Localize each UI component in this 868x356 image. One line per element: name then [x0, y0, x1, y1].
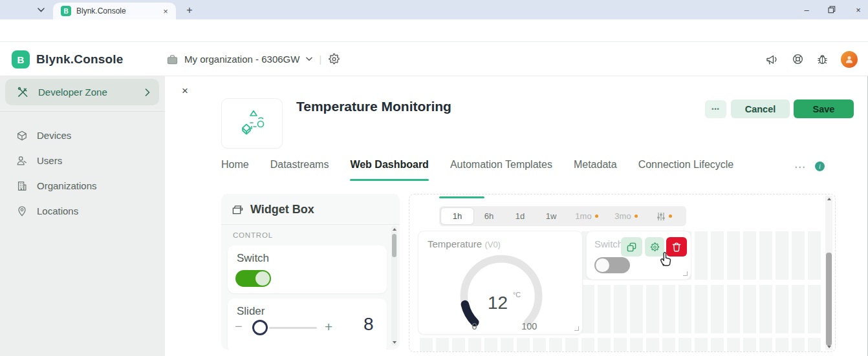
map-pin-icon	[16, 205, 28, 217]
chevron-down-icon	[306, 57, 312, 61]
sidebar-divider	[0, 111, 165, 112]
time-range-custom[interactable]	[646, 208, 683, 224]
template-title: Temperature Monitoring	[296, 99, 451, 114]
slider-value: 8	[363, 314, 374, 335]
panel-scrollbar[interactable]	[391, 226, 397, 346]
more-actions-button[interactable]: •••	[705, 100, 726, 118]
scroll-up-icon[interactable]	[393, 228, 396, 231]
close-editor-icon[interactable]: ×	[179, 85, 191, 98]
time-range-selector: 1h 6h 1d 1w 1mo 3mo	[439, 206, 686, 226]
user-avatar[interactable]	[841, 51, 858, 68]
tab-close-icon[interactable]: ×	[160, 6, 171, 16]
slider-handle[interactable]	[252, 320, 268, 335]
sidebar-item-devices[interactable]: Devices	[0, 123, 165, 148]
restore-button[interactable]	[828, 6, 837, 14]
time-range-1h[interactable]: 1h	[441, 208, 473, 224]
slider-plus-button[interactable]: +	[325, 319, 332, 335]
bug-report-icon[interactable]	[817, 53, 828, 65]
chevron-right-icon	[145, 89, 150, 96]
window-controls: – ×	[802, 0, 863, 19]
switch-widget-title: Switch	[594, 238, 624, 249]
scroll-up-icon[interactable]	[827, 198, 831, 200]
resize-handle[interactable]	[574, 326, 579, 331]
time-range-label: 3mo	[614, 211, 631, 221]
sidebar-item-organizations[interactable]: Organizations	[0, 173, 165, 198]
scroll-down-icon[interactable]	[827, 346, 831, 348]
user-icon	[16, 155, 28, 167]
time-range-1mo[interactable]: 1mo	[567, 208, 607, 224]
scrollbar-thumb[interactable]	[826, 253, 832, 346]
sidebar-item-label: Organizations	[37, 180, 97, 191]
filter-sliders-icon	[656, 212, 666, 221]
tab-web-dashboard[interactable]: Web Dashboard	[350, 159, 429, 181]
blynk-logo[interactable]: B	[12, 50, 30, 68]
sidebar-item-locations[interactable]: Locations	[0, 198, 165, 224]
mouse-cursor	[657, 250, 673, 267]
close-window-button[interactable]: ×	[854, 5, 863, 15]
time-range-1w[interactable]: 1w	[536, 208, 567, 224]
sidebar-nav: Developer Zone Devices Users Organizatio…	[0, 76, 165, 356]
copy-icon	[627, 242, 636, 252]
canvas-scrollbar[interactable]	[825, 196, 832, 350]
toggle-knob	[596, 258, 609, 272]
cube-icon	[16, 130, 28, 141]
cancel-button[interactable]: Cancel	[731, 99, 790, 118]
slider-minus-button[interactable]: −	[235, 319, 243, 334]
settings-gear-icon[interactable]	[328, 53, 340, 65]
duplicate-widget-button[interactable]	[621, 237, 642, 257]
brand-title: Blynk.Console	[36, 42, 124, 76]
info-icon[interactable]: i	[815, 162, 825, 171]
tab-home[interactable]: Home	[221, 159, 249, 181]
support-lifebuoy-icon[interactable]	[792, 53, 804, 65]
time-range-6h[interactable]: 6h	[473, 208, 505, 224]
switch-toggle-on[interactable]	[235, 270, 271, 287]
save-button[interactable]: Save	[794, 99, 854, 118]
tabs-overflow-icon[interactable]: ⋯	[794, 160, 805, 174]
browser-tab[interactable]: B Blynk.Console ×	[53, 3, 176, 19]
chevron-down-icon	[38, 8, 45, 12]
tab-connection-lifecycle[interactable]: Connection Lifecycle	[638, 159, 734, 181]
widget-box-panel: Widget Box CONTROL Switch Slider − + 8	[221, 194, 400, 350]
widget-box-title: Widget Box	[250, 203, 314, 216]
upgrade-dot	[635, 215, 638, 218]
organization-selector[interactable]: My organization - 6306GW |	[167, 42, 340, 76]
tab-datastreams[interactable]: Datastreams	[270, 159, 329, 181]
browser-tabstrip: B Blynk.Console × + – ×	[0, 0, 868, 19]
upgrade-dot	[669, 215, 672, 218]
scroll-down-icon[interactable]	[393, 341, 396, 344]
organization-label: My organization - 6306GW	[184, 54, 299, 65]
hand-pointer-icon	[657, 250, 673, 267]
sidebar-item-users[interactable]: Users	[0, 148, 165, 173]
time-range-label: 1d	[515, 211, 525, 221]
time-range-3mo[interactable]: 3mo	[607, 208, 646, 224]
gauge-unit: °C	[513, 291, 521, 298]
grid-row	[420, 338, 822, 351]
time-range-1d[interactable]: 1d	[505, 208, 536, 224]
widget-box-header: Widget Box	[232, 203, 314, 216]
resize-handle[interactable]	[683, 271, 688, 276]
sidebar-item-label: Developer Zone	[38, 87, 145, 98]
widget-card-switch[interactable]: Switch	[228, 246, 387, 293]
scrollbar-thumb[interactable]	[392, 234, 396, 257]
tab-title: Blynk.Console	[76, 6, 160, 16]
sidebar-item-label: Users	[37, 155, 62, 166]
time-range-label: 1mo	[575, 211, 591, 221]
slider-track[interactable]	[269, 327, 317, 329]
tab-metadata[interactable]: Metadata	[574, 159, 617, 181]
briefcase-icon	[167, 54, 178, 65]
gauge-widget[interactable]: Temperature (V0) 12 °C 0 100	[418, 231, 583, 335]
restore-icon	[828, 6, 836, 14]
new-tab-button[interactable]: +	[182, 3, 197, 17]
sidebar-item-developer-zone[interactable]: Developer Zone	[5, 79, 159, 105]
gauge-min: 0	[472, 321, 477, 331]
app-header	[0, 42, 868, 76]
switch-toggle-off[interactable]	[594, 257, 630, 273]
widget-card-slider[interactable]: Slider − + 8	[228, 298, 387, 350]
tab-automation-templates[interactable]: Automation Templates	[450, 159, 552, 181]
gauge-value: 12	[488, 293, 508, 313]
minimize-button[interactable]: –	[802, 5, 811, 15]
gauge-chart: 12 °C 0 100	[424, 251, 579, 332]
header-divider: |	[319, 54, 321, 65]
tab-search-button[interactable]	[30, 3, 52, 17]
announcement-icon[interactable]	[766, 54, 779, 65]
